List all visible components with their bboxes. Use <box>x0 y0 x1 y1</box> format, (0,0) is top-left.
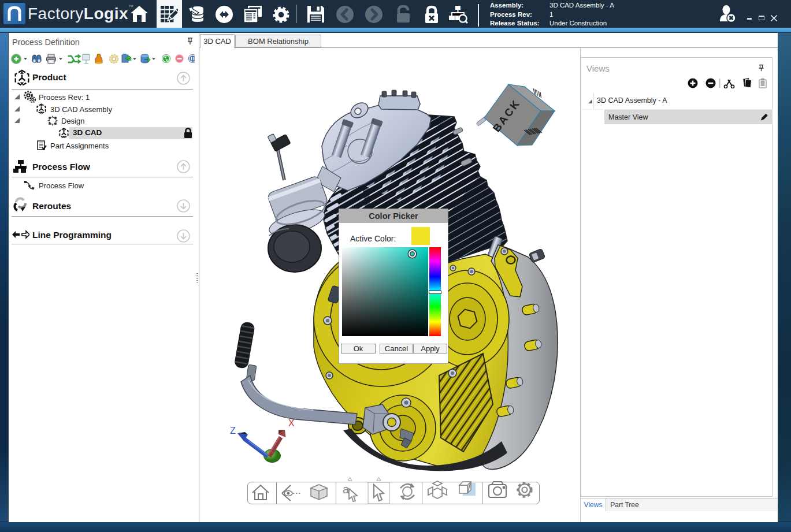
svg-text:Z: Z <box>230 426 236 436</box>
svg-text:X: X <box>288 418 295 428</box>
